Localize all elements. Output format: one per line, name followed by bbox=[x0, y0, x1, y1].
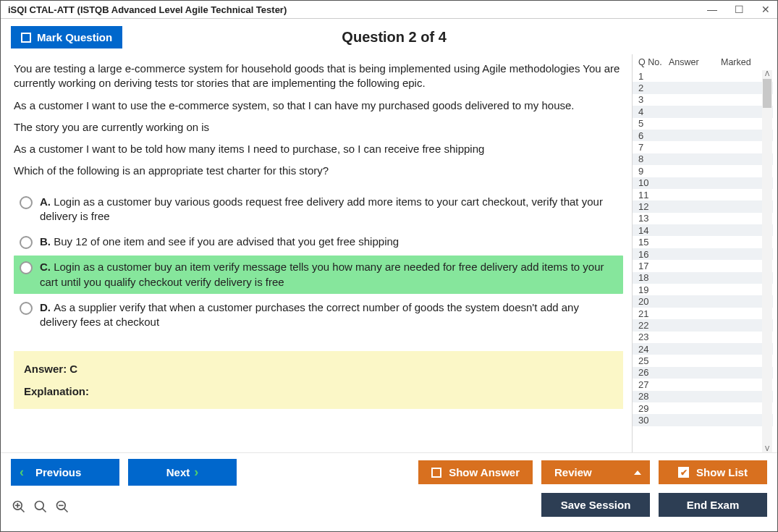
question-number: 12 bbox=[638, 201, 669, 212]
question-list-row[interactable]: 5 bbox=[633, 118, 773, 130]
question-list-row[interactable]: 23 bbox=[633, 332, 773, 343]
titlebar: iSQI CTAL-ATT (ISTQB Advanced Level Agil… bbox=[1, 1, 777, 19]
option-row[interactable]: C. Login as a customer buy an item verif… bbox=[14, 256, 623, 294]
option-row[interactable]: A. Login as a customer buy various goods… bbox=[14, 190, 623, 229]
review-label: Review bbox=[554, 466, 592, 478]
question-list-row[interactable]: 6 bbox=[633, 130, 773, 141]
question-number: 28 bbox=[638, 391, 669, 402]
zoom-in-icon[interactable] bbox=[11, 499, 27, 515]
scrollbar[interactable] bbox=[762, 70, 772, 452]
question-list-row[interactable]: 12 bbox=[633, 200, 773, 212]
maximize-icon[interactable]: ☐ bbox=[735, 4, 744, 15]
question-list-row[interactable]: 7 bbox=[633, 141, 773, 153]
question-list-row[interactable]: 16 bbox=[633, 248, 773, 260]
question-list-row[interactable]: 8 bbox=[633, 153, 773, 165]
show-list-label: Show List bbox=[696, 466, 748, 478]
question-list-row[interactable]: 19 bbox=[633, 284, 773, 295]
app-window: iSQI CTAL-ATT (ISTQB Advanced Level Agil… bbox=[0, 0, 778, 532]
radio-icon[interactable] bbox=[20, 261, 33, 274]
question-number: 15 bbox=[638, 237, 669, 248]
question-number: 10 bbox=[638, 177, 669, 188]
question-number: 3 bbox=[638, 94, 669, 105]
question-list-row[interactable]: 2 bbox=[633, 82, 773, 93]
question-list-row[interactable]: 27 bbox=[633, 379, 773, 390]
question-number: 17 bbox=[638, 261, 669, 271]
radio-icon[interactable] bbox=[20, 236, 33, 249]
question-list-row[interactable]: 24 bbox=[633, 343, 773, 355]
question-stem: You are testing a large e-commerce syste… bbox=[14, 62, 623, 179]
question-number: 18 bbox=[638, 272, 669, 283]
question-list-row[interactable]: 25 bbox=[633, 355, 773, 366]
question-list-row[interactable]: 20 bbox=[633, 295, 773, 307]
radio-icon[interactable] bbox=[20, 302, 33, 315]
end-exam-button[interactable]: End Exam bbox=[659, 493, 767, 517]
question-paragraph: As a customer I want to use the e-commer… bbox=[14, 98, 623, 113]
question-number: 27 bbox=[638, 379, 669, 390]
scrollbar-thumb[interactable] bbox=[763, 79, 771, 108]
window-controls: — ☐ ✕ bbox=[707, 4, 770, 15]
previous-label: Previous bbox=[35, 466, 81, 478]
show-answer-button[interactable]: Show Answer bbox=[418, 460, 533, 484]
option-row[interactable]: B. Buy 12 of one item and see if you are… bbox=[14, 230, 623, 253]
question-list-row[interactable]: 14 bbox=[633, 224, 773, 236]
question-paragraph: The story you are currently working on i… bbox=[14, 120, 623, 135]
answer-label: Answer: C bbox=[24, 363, 613, 375]
question-number: 21 bbox=[638, 308, 669, 319]
question-paragraph: Which of the following is an appropriate… bbox=[14, 164, 623, 178]
question-number: 19 bbox=[638, 284, 669, 295]
question-list-header: Q No. Answer Marked bbox=[633, 54, 773, 70]
option-row[interactable]: D. As a supplier verify that when a cust… bbox=[14, 296, 623, 334]
question-list-row[interactable]: 10 bbox=[633, 177, 773, 189]
question-list-row[interactable]: 13 bbox=[633, 213, 773, 224]
zoom-controls bbox=[11, 496, 70, 515]
previous-button[interactable]: Previous bbox=[11, 459, 119, 486]
button-row-2: Save Session End Exam bbox=[11, 493, 767, 517]
question-list-row[interactable]: 28 bbox=[633, 391, 773, 402]
svg-line-1 bbox=[21, 508, 25, 512]
question-list-row[interactable]: 30 bbox=[633, 414, 773, 426]
check-icon: ✔ bbox=[678, 467, 689, 478]
question-list-row[interactable]: 29 bbox=[633, 402, 773, 414]
review-button[interactable]: Review bbox=[541, 460, 650, 484]
minimize-icon[interactable]: — bbox=[707, 4, 717, 15]
question-list-row[interactable]: 22 bbox=[633, 319, 773, 331]
question-number: 23 bbox=[638, 332, 669, 342]
question-list-row[interactable]: 15 bbox=[633, 236, 773, 248]
question-list-row[interactable]: 3 bbox=[633, 94, 773, 106]
next-button[interactable]: Next bbox=[128, 459, 237, 486]
svg-line-7 bbox=[64, 508, 68, 512]
close-icon[interactable]: ✕ bbox=[761, 4, 770, 15]
col-marked: Marked bbox=[721, 57, 769, 67]
option-text: B. Buy 12 of one item and see if you are… bbox=[40, 235, 399, 249]
col-qno: Q No. bbox=[638, 57, 669, 67]
bottom-toolbar: Previous Next Show Answer Review ✔ Show … bbox=[1, 452, 777, 531]
checkbox-icon bbox=[431, 468, 441, 478]
button-row-1: Previous Next Show Answer Review ✔ Show … bbox=[11, 459, 767, 486]
question-number: 24 bbox=[638, 344, 669, 355]
question-counter: Question 2 of 4 bbox=[21, 29, 767, 46]
show-list-button[interactable]: ✔ Show List bbox=[659, 460, 767, 484]
question-list-row[interactable]: 17 bbox=[633, 260, 773, 271]
question-list-row[interactable]: 1 bbox=[633, 70, 773, 82]
radio-icon[interactable] bbox=[20, 196, 33, 209]
question-number: 25 bbox=[638, 355, 669, 366]
question-list-row[interactable]: 9 bbox=[633, 165, 773, 177]
question-number: 2 bbox=[638, 83, 669, 93]
question-list-row[interactable]: 26 bbox=[633, 367, 773, 379]
question-list-row[interactable]: 18 bbox=[633, 272, 773, 284]
save-session-button[interactable]: Save Session bbox=[541, 493, 650, 517]
end-exam-label: End Exam bbox=[687, 499, 740, 511]
options-list: A. Login as a customer buy various goods… bbox=[14, 190, 623, 334]
question-list-row[interactable]: 21 bbox=[633, 308, 773, 319]
question-list-row[interactable]: 11 bbox=[633, 189, 773, 200]
zoom-reset-icon[interactable] bbox=[33, 499, 48, 515]
question-number: 16 bbox=[638, 249, 669, 260]
question-list-row[interactable]: 4 bbox=[633, 106, 773, 117]
question-number: 26 bbox=[638, 367, 669, 378]
option-text: C. Login as a customer buy an item verif… bbox=[40, 260, 617, 290]
question-paragraph: You are testing a large e-commerce syste… bbox=[14, 62, 623, 91]
answer-explanation-box: Answer: C Explanation: bbox=[14, 351, 623, 409]
zoom-out-icon[interactable] bbox=[54, 499, 70, 515]
question-number: 5 bbox=[638, 118, 669, 129]
option-text: D. As a supplier verify that when a cust… bbox=[40, 300, 617, 330]
